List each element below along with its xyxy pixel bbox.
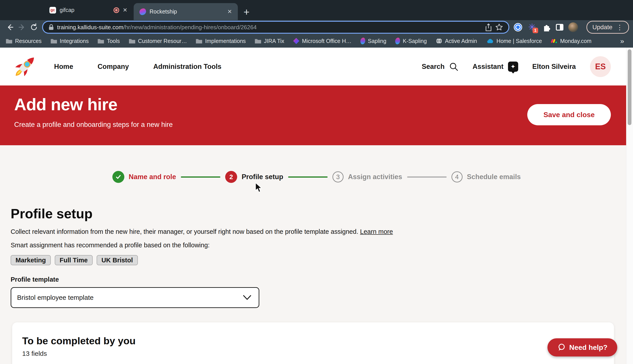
url-path: /hr/new/administration/pending-hires/onb… bbox=[123, 24, 257, 30]
rocketship-logo[interactable] bbox=[11, 53, 39, 80]
back-button[interactable] bbox=[4, 23, 16, 32]
nav-administration-tools[interactable]: Administration Tools bbox=[153, 63, 221, 71]
profile-template-select[interactable]: Bristol employee template bbox=[11, 287, 259, 308]
gifcap-favicon: gc bbox=[50, 7, 56, 14]
chrome-update-button[interactable]: Update ⋮ bbox=[586, 21, 629, 34]
need-help-button[interactable]: Need help? bbox=[547, 338, 617, 356]
section-heading: Profile setup bbox=[11, 206, 622, 222]
step-number: 4 bbox=[451, 171, 463, 182]
step-number: 2 bbox=[225, 171, 237, 183]
page-scrollbar[interactable] bbox=[626, 48, 633, 364]
card-field-count: 13 fields bbox=[22, 350, 604, 357]
tag-full-time: Full Time bbox=[55, 255, 93, 265]
folder-icon bbox=[98, 38, 104, 44]
user-name[interactable]: Elton Silveira bbox=[532, 63, 576, 71]
header-actions: Search Assistant ✦ Elton Silveira ES bbox=[422, 56, 611, 77]
step-assign-activities[interactable]: 3 Assign activities bbox=[333, 171, 402, 182]
scrollbar-thumb[interactable] bbox=[628, 49, 631, 125]
bookmark-link[interactable]: Monday.com bbox=[551, 38, 591, 44]
recording-indicator-icon bbox=[114, 7, 119, 13]
nav-home[interactable]: Home bbox=[54, 63, 73, 71]
step-schedule-emails[interactable]: 4 Schedule emails bbox=[451, 171, 521, 182]
step-profile-setup[interactable]: 2 Profile setup bbox=[225, 171, 283, 183]
browser-menu-icon[interactable]: ⋮ bbox=[616, 24, 623, 31]
bookmark-folder[interactable]: Resources bbox=[6, 38, 42, 44]
step-connector bbox=[288, 176, 328, 178]
bookmark-link[interactable]: Sapling bbox=[360, 38, 386, 44]
share-icon[interactable] bbox=[485, 23, 492, 31]
assistant-button[interactable]: Assistant ✦ bbox=[473, 62, 518, 72]
page-subtitle: Create a profile and onboarding steps fo… bbox=[14, 121, 619, 129]
address-bar[interactable]: training.kallidus-suite.com/hr/new/admin… bbox=[43, 22, 508, 33]
salesforce-icon bbox=[486, 38, 494, 44]
assistant-sparkle-icon: ✦ bbox=[508, 62, 518, 72]
browser-profile-avatar[interactable] bbox=[568, 22, 578, 32]
bookmark-folder[interactable]: Integrations bbox=[51, 38, 89, 44]
sapling-icon bbox=[395, 38, 400, 44]
monday-icon bbox=[551, 38, 557, 44]
chevron-down-icon bbox=[243, 295, 251, 300]
main-nav: Home Company Administration Tools bbox=[54, 63, 221, 71]
extension-starburst-icon[interactable]: ✳1 bbox=[527, 22, 537, 32]
folder-icon bbox=[129, 38, 135, 44]
tab-title: gifcap bbox=[60, 7, 75, 13]
new-tab-button[interactable]: + bbox=[244, 7, 249, 17]
tab-gifcap[interactable]: gc gifcap ✕ bbox=[43, 0, 134, 20]
reload-button[interactable] bbox=[28, 23, 40, 32]
to-be-completed-card: To be completed by you 13 fields bbox=[12, 322, 614, 364]
extension-area: ✳1 Update ⋮ bbox=[514, 21, 629, 34]
office-icon bbox=[293, 38, 299, 44]
search-button[interactable]: Search bbox=[422, 62, 458, 71]
bookmark-star-icon[interactable] bbox=[495, 23, 503, 31]
bookmark-folder[interactable]: Tools bbox=[98, 38, 120, 44]
sidebar-toggle-icon[interactable] bbox=[556, 24, 563, 30]
step-complete-check-icon bbox=[112, 171, 124, 183]
user-avatar[interactable]: ES bbox=[590, 56, 611, 77]
bookmark-link[interactable]: K-Sapling bbox=[395, 38, 427, 44]
url-domain: training.kallidus-suite.com bbox=[57, 24, 123, 30]
section-description: Collect relevant information from the ne… bbox=[11, 228, 622, 235]
bookmark-folder[interactable]: Customer Resour… bbox=[129, 38, 187, 44]
page-content: Name and role 2 Profile setup 3 Assign a… bbox=[0, 145, 633, 364]
bookmark-folder[interactable]: JIRA Tix bbox=[255, 38, 284, 44]
app-header: Home Company Administration Tools Search… bbox=[0, 48, 633, 86]
browser-window: gc gifcap ✕ Rocketship ✕ + training.kall… bbox=[0, 0, 633, 364]
step-number: 3 bbox=[333, 171, 344, 182]
extensions-puzzle-icon[interactable] bbox=[542, 23, 551, 32]
extension-badge: 1 bbox=[533, 28, 538, 33]
rocketship-favicon bbox=[139, 8, 146, 15]
onepassword-extension-icon[interactable] bbox=[514, 23, 522, 32]
bookmark-folder[interactable]: Implementations bbox=[196, 38, 246, 44]
card-title: To be completed by you bbox=[22, 335, 604, 347]
chat-bubble-icon bbox=[557, 343, 566, 352]
close-tab-icon[interactable]: ✕ bbox=[123, 7, 127, 13]
tag-uk-bristol: UK Bristol bbox=[97, 255, 138, 265]
tab-rocketship[interactable]: Rocketship ✕ bbox=[134, 3, 238, 20]
step-name-and-role[interactable]: Name and role bbox=[112, 171, 176, 183]
smart-assignment-text: Smart assignment has recommended a profi… bbox=[11, 242, 622, 249]
close-tab-icon[interactable]: ✕ bbox=[227, 9, 232, 14]
forward-button[interactable] bbox=[16, 23, 28, 32]
nav-company[interactable]: Company bbox=[98, 63, 129, 71]
bookmark-link[interactable]: Home | Salesforce bbox=[486, 38, 542, 44]
profile-template-label: Profile template bbox=[11, 276, 622, 283]
browser-toolbar: training.kallidus-suite.com/hr/new/admin… bbox=[0, 20, 633, 34]
learn-more-link[interactable]: Learn more bbox=[360, 228, 393, 235]
page-hero: Add new hire Create a profile and onboar… bbox=[0, 86, 633, 145]
globe-icon bbox=[436, 38, 442, 44]
recommendation-tags: Marketing Full Time UK Bristol bbox=[11, 255, 622, 265]
folder-icon bbox=[255, 38, 261, 44]
save-and-close-button[interactable]: Save and close bbox=[527, 104, 611, 125]
bookmarks-overflow-chevron[interactable]: » bbox=[620, 37, 624, 45]
selected-template-value: Bristol employee template bbox=[17, 294, 94, 301]
url-text: training.kallidus-suite.com/hr/new/admin… bbox=[57, 24, 257, 31]
tag-marketing: Marketing bbox=[11, 255, 51, 265]
search-icon bbox=[449, 62, 458, 71]
step-connector bbox=[407, 176, 447, 178]
bookmark-link[interactable]: Active Admin bbox=[436, 38, 477, 44]
profile-setup-section: Profile setup Collect relevant informati… bbox=[0, 206, 633, 308]
bookmark-link[interactable]: Microsoft Office H… bbox=[293, 38, 352, 44]
folder-icon bbox=[6, 38, 13, 44]
update-label: Update bbox=[592, 24, 612, 31]
bookmarks-bar: Resources Integrations Tools Customer Re… bbox=[0, 34, 633, 48]
